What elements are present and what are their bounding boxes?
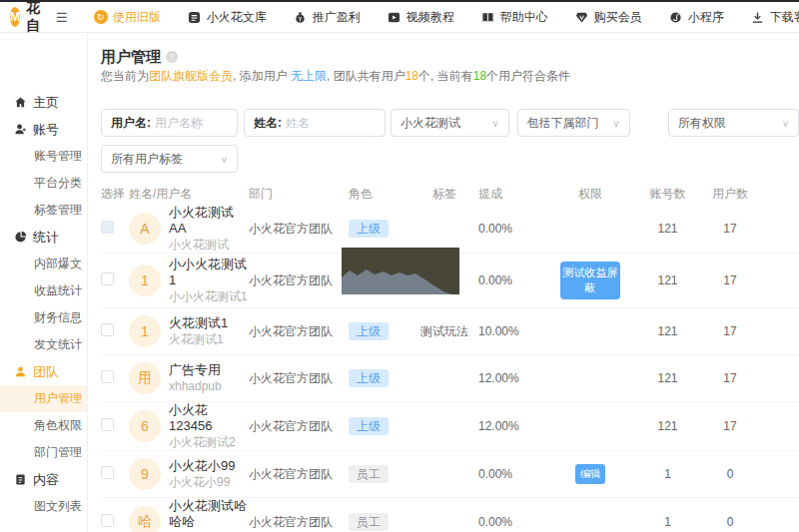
accounts-count: 121 bbox=[635, 273, 700, 287]
nav-label: 推广盈利 bbox=[313, 9, 361, 26]
sidebar-item-dept-manage[interactable]: 部门管理 bbox=[0, 439, 87, 466]
team-select-value: 小火花测试 bbox=[400, 115, 460, 132]
nav-buy-membership[interactable]: 购买会员 bbox=[575, 9, 642, 26]
table-row: A 小火花测试AA小火花测试 小火花官方团队 上级 0.00% 121 17 bbox=[101, 205, 799, 254]
sidebar-item-home[interactable]: 主页 bbox=[0, 89, 87, 116]
sidebar-item-finance-info[interactable]: 财务信息 bbox=[0, 304, 87, 331]
user-tag-select[interactable]: 所有用户标签 ∨ bbox=[101, 145, 238, 173]
row-checkbox[interactable] bbox=[101, 323, 114, 336]
name-input[interactable] bbox=[286, 116, 376, 130]
nav-label: 使用旧版 bbox=[113, 9, 161, 26]
user-username: 小火花测试 bbox=[169, 237, 249, 253]
home-icon bbox=[13, 96, 27, 110]
sidebar-item-team[interactable]: 团队 bbox=[0, 358, 87, 385]
header-name: 姓名/用户名 bbox=[129, 186, 249, 203]
nav-label: 视频教程 bbox=[406, 9, 454, 26]
pie-chart-icon bbox=[13, 231, 27, 245]
row-checkbox[interactable] bbox=[101, 370, 114, 383]
chevron-down-icon: ∨ bbox=[782, 118, 789, 129]
sidebar-label: 发文统计 bbox=[34, 336, 82, 353]
role-tag: 上级 bbox=[349, 322, 389, 340]
info-icon[interactable]: ? bbox=[166, 51, 178, 63]
notice-text: , 添加用户 bbox=[233, 69, 291, 83]
users-count: 17 bbox=[700, 273, 760, 287]
redaction-overlay bbox=[342, 248, 459, 294]
sidebar-label: 用户管理 bbox=[34, 390, 82, 407]
role-tag: 上级 bbox=[349, 369, 389, 387]
money-bag-icon bbox=[294, 10, 308, 24]
sidebar-item-user-manage[interactable]: 用户管理 bbox=[0, 385, 87, 412]
membership-level: 团队旗舰版会员 bbox=[149, 69, 233, 83]
table-header-row: 选择 姓名/用户名 部门 角色 标签 提成 权限 账号数 用户数 bbox=[101, 183, 799, 205]
permission-select[interactable]: 所有权限 ∨ bbox=[668, 109, 799, 137]
row-checkbox[interactable] bbox=[101, 514, 114, 527]
notice-text: 您当前为 bbox=[101, 69, 149, 83]
user-name: 火花测试1 bbox=[169, 315, 228, 331]
sidebar-label: 平台分类 bbox=[34, 175, 82, 192]
sidebar: 主页 账号 账号管理 平台分类 标签管理 统计 内部爆文 收益统计 财务信息 发… bbox=[0, 34, 88, 532]
team-icon bbox=[13, 365, 27, 379]
nav-download-client[interactable]: 下载客户端 ▾ bbox=[751, 9, 799, 26]
nav-legacy-version[interactable]: ↻ 使用旧版 bbox=[94, 9, 161, 26]
sidebar-label: 团队 bbox=[33, 363, 59, 381]
top-nav: ↻ 使用旧版 小火花文库 推广盈利 视频教程 帮助中心 bbox=[94, 9, 799, 26]
dept-scope-select[interactable]: 包括下属部门 ∨ bbox=[517, 109, 630, 137]
avatar: 1 bbox=[129, 315, 161, 347]
accounts-count: 1 bbox=[635, 467, 700, 481]
row-checkbox[interactable] bbox=[101, 418, 114, 431]
document-icon bbox=[13, 473, 27, 487]
sidebar-item-revenue-stats[interactable]: 收益统计 bbox=[0, 277, 87, 304]
user-icon bbox=[13, 123, 27, 137]
user-dept: 小火花官方团队 bbox=[249, 418, 349, 435]
row-checkbox[interactable] bbox=[101, 272, 114, 285]
sidebar-label: 收益统计 bbox=[34, 282, 82, 299]
users-count: 17 bbox=[700, 371, 760, 385]
sidebar-item-tag-manage[interactable]: 标签管理 bbox=[0, 197, 87, 224]
sidebar-item-role-permission[interactable]: 角色权限 bbox=[0, 412, 87, 439]
notice-text: 个, 当前有 bbox=[418, 69, 473, 83]
sidebar-item-account[interactable]: 账号 bbox=[0, 116, 87, 143]
header-label: 标签 bbox=[410, 186, 478, 203]
sidebar-item-content[interactable]: 内容 bbox=[0, 466, 87, 493]
users-count: 17 bbox=[700, 419, 760, 433]
table-row: 用 广告专用xhhadpub 小火花官方团队 上级 12.00% 121 17 bbox=[101, 355, 799, 402]
sidebar-item-publish-stats[interactable]: 发文统计 bbox=[0, 331, 87, 358]
filter-bar-row2: 所有用户标签 ∨ bbox=[101, 145, 799, 173]
revenue-shield-button[interactable]: 测试收益屏蔽 bbox=[560, 262, 620, 299]
nav-promo-profit[interactable]: 推广盈利 bbox=[294, 9, 361, 26]
sidebar-item-account-manage[interactable]: 账号管理 bbox=[0, 143, 87, 170]
user-username: 小火花测试2 bbox=[169, 434, 249, 450]
role-tag: 员工 bbox=[349, 465, 389, 483]
commission-value: 12.00% bbox=[478, 419, 545, 433]
username-input[interactable] bbox=[155, 116, 228, 130]
sidebar-label: 标签管理 bbox=[34, 202, 82, 219]
menu-toggle-icon[interactable]: ☰ bbox=[56, 10, 68, 25]
download-icon bbox=[751, 10, 765, 24]
sidebar-item-article-list[interactable]: 图文列表 bbox=[0, 493, 87, 520]
header-role: 角色 bbox=[349, 186, 410, 203]
team-select[interactable]: 小火花测试 ∨ bbox=[391, 109, 509, 137]
nav-help-center[interactable]: 帮助中心 bbox=[481, 9, 548, 26]
sidebar-item-platform-category[interactable]: 平台分类 bbox=[0, 170, 87, 197]
sidebar-item-stats[interactable]: 统计 bbox=[0, 224, 87, 251]
nav-doc-library[interactable]: 小火花文库 bbox=[188, 9, 267, 26]
users-count: 17 bbox=[700, 324, 760, 338]
sidebar-label: 图文列表 bbox=[34, 498, 82, 515]
user-name: 小小火花测试1 bbox=[169, 257, 249, 288]
row-checkbox[interactable] bbox=[101, 221, 114, 234]
edit-button[interactable]: 编辑 bbox=[575, 464, 605, 484]
top-bar: M 小火花自媒体 ☰ ↻ 使用旧版 小火花文库 推广盈利 视频教程 bbox=[0, 2, 799, 33]
logo-icon: M bbox=[10, 7, 20, 27]
nav-mini-program[interactable]: 小程序 bbox=[669, 9, 724, 26]
accounts-count: 121 bbox=[635, 419, 700, 433]
user-dept: 小火花官方团队 bbox=[249, 323, 349, 340]
sidebar-label: 主页 bbox=[33, 94, 59, 112]
avatar: 用 bbox=[129, 362, 161, 394]
username-filter-label: 用户名: bbox=[111, 115, 151, 132]
row-checkbox[interactable] bbox=[101, 466, 114, 479]
name-filter-label: 姓名: bbox=[254, 115, 282, 132]
sidebar-item-internal-articles[interactable]: 内部爆文 bbox=[0, 251, 87, 277]
help-book-icon bbox=[481, 10, 495, 24]
sidebar-label: 账号管理 bbox=[34, 148, 82, 165]
nav-video-tutorial[interactable]: 视频教程 bbox=[388, 9, 454, 26]
